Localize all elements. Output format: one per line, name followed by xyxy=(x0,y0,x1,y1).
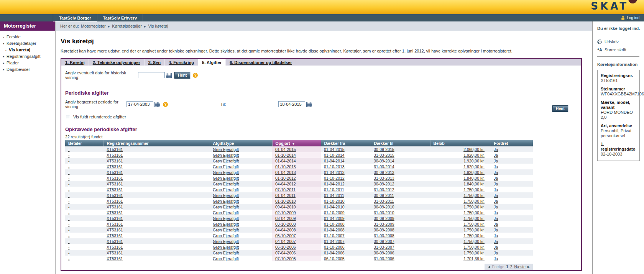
afgiftstype-link[interactable]: Grøn Ejerafgift xyxy=(213,228,239,232)
daekker-til-link[interactable]: 30-09-2010 xyxy=(374,205,394,209)
detail-tab[interactable]: 3. Syn xyxy=(145,59,165,66)
daekker-til-link[interactable]: 30-09-2007 xyxy=(374,239,394,244)
help-icon[interactable]: ? xyxy=(163,102,168,107)
betaler-link[interactable]: - xyxy=(68,199,70,203)
opgjort-link[interactable]: 03-04-2009 xyxy=(275,216,296,221)
daekker-fra-link[interactable]: 01-04-2015 xyxy=(324,147,345,152)
historic-hent-button[interactable]: Hent xyxy=(174,72,190,79)
daekker-til-link[interactable]: 31-03-2015 xyxy=(374,153,394,158)
opgjort-link[interactable]: 01-10-2014 xyxy=(275,153,296,158)
regnr-link[interactable]: XT53161 xyxy=(107,256,123,261)
portal-tab[interactable]: TastSelv Borger xyxy=(53,14,97,21)
afgiftstype-link[interactable]: Grøn Ejerafgift xyxy=(213,256,239,261)
beloeb-link[interactable]: 1.750,00 kr. xyxy=(463,216,485,221)
betaler-link[interactable]: - xyxy=(68,256,70,261)
daekker-til-link[interactable]: 31-03-2010 xyxy=(374,210,394,215)
regnr-link[interactable]: XT53161 xyxy=(107,228,123,232)
betaler-link[interactable]: - xyxy=(68,222,70,226)
daekker-fra-link[interactable]: 01-04-2008 xyxy=(324,228,345,232)
daekker-til-link[interactable]: 30-09-2013 xyxy=(374,170,394,175)
daekker-til-link[interactable]: 30-09-2006 xyxy=(374,251,394,255)
regnr-link[interactable]: XT53161 xyxy=(107,147,123,152)
calendar-icon[interactable] xyxy=(154,102,160,107)
regnr-link[interactable]: XT53161 xyxy=(107,245,123,249)
beloeb-link[interactable]: 1.920,00 kr. xyxy=(463,153,485,158)
afgiftstype-link[interactable]: Grøn Ejerafgift xyxy=(213,233,239,238)
daekker-fra-link[interactable]: 01-04-2012 xyxy=(324,182,345,186)
betaler-link[interactable]: - xyxy=(68,233,70,238)
daekker-fra-link[interactable]: 01-10-2007 xyxy=(324,233,345,238)
fordret-link[interactable]: Ja xyxy=(494,176,498,180)
opgjort-link[interactable]: 01-04-2014 xyxy=(275,159,296,163)
fordret-link[interactable]: Ja xyxy=(494,251,498,255)
login-label[interactable]: Log ind xyxy=(627,16,639,20)
beloeb-link[interactable]: 1.750,00 kr. xyxy=(463,228,485,232)
period-from-input[interactable] xyxy=(127,101,153,107)
betaler-link[interactable]: - xyxy=(68,159,70,163)
breadcrumb-item[interactable]: Motorregister xyxy=(81,24,106,28)
beloeb-link[interactable]: 1.750,00 kr. xyxy=(463,245,485,249)
afgiftstype-link[interactable]: Grøn Ejerafgift xyxy=(213,205,239,209)
regnr-link[interactable]: XT53161 xyxy=(107,164,123,169)
daekker-fra-link[interactable]: 06-10-2005 xyxy=(324,256,345,261)
opgjort-link[interactable]: 07-10-2005 xyxy=(275,256,296,261)
afgiftstype-link[interactable]: Grøn Ejerafgift xyxy=(213,222,239,226)
daekker-fra-link[interactable]: 01-10-2014 xyxy=(324,153,345,158)
betaler-link[interactable]: - xyxy=(68,182,70,186)
regnr-link[interactable]: XT53161 xyxy=(107,251,123,255)
opgjort-link[interactable]: 07-04-2006 xyxy=(275,251,296,255)
regnr-link[interactable]: XT53161 xyxy=(107,199,123,203)
opgjort-link[interactable]: 01-10-2010 xyxy=(275,199,296,203)
daekker-fra-link[interactable]: 01-04-2009 xyxy=(324,216,345,221)
betaler-link[interactable]: - xyxy=(68,216,70,221)
daekker-til-link[interactable]: 30-09-2015 xyxy=(374,147,394,152)
fordret-link[interactable]: Ja xyxy=(494,239,498,244)
beloeb-link[interactable]: 1.750,00 kr. xyxy=(463,187,485,192)
historic-date-input[interactable] xyxy=(138,72,165,78)
detail-tab[interactable]: 6. Dispensationer og tilladelser xyxy=(226,59,296,66)
daekker-til-link[interactable]: 30-09-2008 xyxy=(374,228,394,232)
afgiftstype-link[interactable]: Grøn Ejerafgift xyxy=(213,199,239,203)
next-button[interactable]: Næste xyxy=(514,265,525,269)
regnr-link[interactable]: XT53161 xyxy=(107,176,123,180)
daekker-til-link[interactable]: 30-09-2011 xyxy=(374,193,394,198)
daekker-fra-link[interactable]: 01-04-2011 xyxy=(324,193,344,198)
afgiftstype-link[interactable]: Grøn Ejerafgift xyxy=(213,153,239,158)
daekker-til-link[interactable]: 31-03-2014 xyxy=(374,164,394,169)
sidebar-item[interactable]: ▾ Køretøjsdetaljer xyxy=(2,41,54,46)
column-header[interactable]: Beløb xyxy=(430,140,491,146)
opgjort-link[interactable]: 01-10-2013 xyxy=(275,164,296,169)
afgiftstype-link[interactable]: Grøn Ejerafgift xyxy=(213,170,239,175)
column-header[interactable]: Registreringsnummer xyxy=(104,140,210,146)
detail-tab[interactable]: 2. Tekniske oplysninger xyxy=(89,59,145,66)
opgjort-link[interactable]: 03-10-2008 xyxy=(275,222,296,226)
regnr-link[interactable]: XT53161 xyxy=(107,205,123,209)
opgjort-link[interactable]: 06-10-2006 xyxy=(275,245,296,249)
fordret-link[interactable]: Ja xyxy=(494,153,498,158)
fordret-link[interactable]: Ja xyxy=(494,182,498,186)
fordret-link[interactable]: Ja xyxy=(494,228,498,232)
betaler-link[interactable]: - xyxy=(68,170,70,175)
betaler-link[interactable]: - xyxy=(68,251,70,255)
fordret-link[interactable]: Ja xyxy=(494,233,498,238)
betaler-link[interactable]: - xyxy=(68,245,70,249)
betaler-link[interactable]: - xyxy=(68,176,70,180)
detail-tab[interactable]: 4. Forsikring xyxy=(165,59,198,66)
sidebar-item[interactable]: • Vis køretøj xyxy=(2,48,54,53)
column-header[interactable]: Opgjort▼ xyxy=(272,140,321,146)
beloeb-link[interactable]: 1.840,00 kr. xyxy=(463,182,485,186)
period-til-input[interactable] xyxy=(278,101,305,107)
daekker-til-link[interactable]: 30-09-2012 xyxy=(374,182,394,186)
afgiftstype-link[interactable]: Grøn Ejerafgift xyxy=(213,216,239,221)
opgjort-link[interactable]: 07-10-2011 xyxy=(275,187,296,192)
daekker-til-link[interactable]: 31-03-2006 xyxy=(374,256,394,261)
detail-tab[interactable]: 1. Køretøj xyxy=(61,59,89,66)
portal-tab[interactable]: TastSelv Erhverv xyxy=(97,14,143,21)
beloeb-link[interactable]: 1.920,00 kr. xyxy=(463,164,485,169)
daekker-fra-link[interactable]: 01-04-2014 xyxy=(324,159,345,163)
fordret-link[interactable]: Ja xyxy=(494,187,498,192)
regnr-link[interactable]: XT53161 xyxy=(107,187,123,192)
afgiftstype-link[interactable]: Grøn Ejerafgift xyxy=(213,210,239,215)
show-refunded-checkbox[interactable] xyxy=(66,115,70,119)
daekker-til-link[interactable]: 30-09-2009 xyxy=(374,216,394,221)
